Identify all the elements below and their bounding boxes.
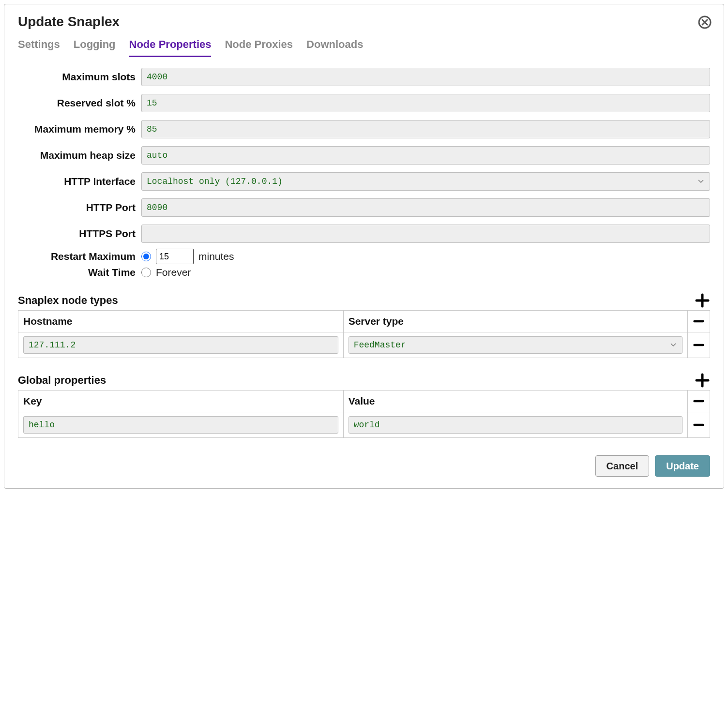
add-global-prop-icon[interactable] [695,373,710,388]
forever-label: Forever [156,267,191,278]
update-button[interactable]: Update [655,455,710,477]
close-icon[interactable] [698,15,712,31]
https-port-label: HTTPS Port [18,227,141,240]
hostname-header: Hostname [18,311,344,332]
table-row: FeedMaster [18,332,710,358]
max-slots-label: Maximum slots [18,71,141,83]
restart-max-label-2: Wait Time [18,266,141,278]
server-type-select[interactable]: FeedMaster [349,336,682,354]
global-key-input[interactable] [23,416,338,434]
cancel-button[interactable]: Cancel [595,455,650,477]
node-types-table: Hostname Server type FeedMaster [18,310,710,358]
remove-global-prop-row-icon[interactable] [693,418,705,432]
max-slots-input[interactable] [141,68,710,86]
restart-max-label-1: Restart Maximum [18,250,141,262]
tab-settings[interactable]: Settings [18,38,60,57]
hostname-input[interactable] [23,336,338,354]
server-type-header: Server type [343,311,687,332]
restart-minutes-input[interactable] [156,249,194,264]
restart-minutes-radio[interactable] [141,252,151,261]
key-header: Key [18,391,344,412]
tab-logging[interactable]: Logging [74,38,116,57]
remove-node-type-header-icon[interactable] [693,315,705,328]
global-props-header: Global properties [18,374,106,387]
http-port-label: HTTP Port [18,201,141,213]
minutes-suffix: minutes [198,251,234,262]
http-port-input[interactable] [141,198,710,217]
node-types-header: Snaplex node types [18,294,118,307]
tabs: Settings Logging Node Properties Node Pr… [18,38,710,57]
max-memory-label: Maximum memory % [18,123,141,135]
dialog-title: Update Snaplex [18,14,710,30]
http-interface-label: HTTP Interface [18,175,141,187]
tab-node-proxies[interactable]: Node Proxies [225,38,293,57]
https-port-input[interactable] [141,225,710,243]
add-node-type-icon[interactable] [695,293,710,308]
global-props-table: Key Value [18,390,710,438]
tab-downloads[interactable]: Downloads [306,38,363,57]
reserved-slot-input[interactable] [141,94,710,112]
remove-global-prop-header-icon[interactable] [693,394,705,408]
http-interface-select[interactable]: Localhost only (127.0.0.1) [141,172,710,191]
reserved-slot-label: Reserved slot % [18,97,141,109]
max-heap-input[interactable] [141,146,710,165]
max-memory-input[interactable] [141,120,710,138]
update-snaplex-dialog: Update Snaplex Settings Logging Node Pro… [4,4,724,489]
table-row [18,412,710,438]
max-heap-label: Maximum heap size [18,149,141,161]
dialog-footer: Cancel Update [18,455,710,477]
global-value-input[interactable] [349,416,682,434]
tab-node-properties[interactable]: Node Properties [129,38,212,57]
remove-node-type-row-icon[interactable] [693,338,705,352]
value-header: Value [343,391,687,412]
restart-forever-radio[interactable] [141,268,151,277]
